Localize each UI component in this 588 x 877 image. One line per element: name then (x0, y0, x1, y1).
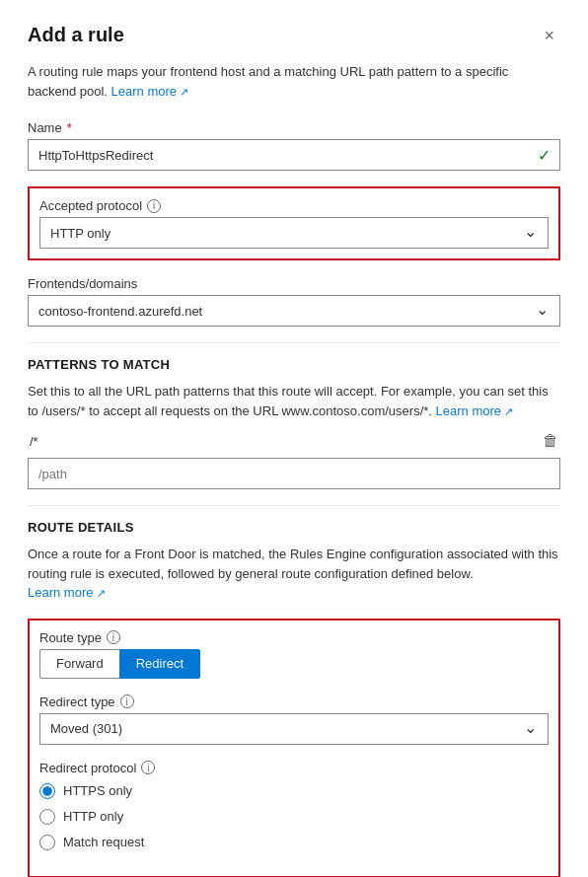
patterns-title: PATTERNS TO MATCH (28, 357, 560, 372)
redirect-type-label: Redirect type i (39, 694, 549, 709)
route-config-box: Route type i Forward Redirect Redirect t… (28, 619, 560, 878)
route-type-toggle: Forward Redirect (39, 649, 549, 679)
radio-https-only-label: HTTPS only (63, 783, 132, 798)
check-mark-icon: ✓ (538, 146, 551, 165)
patterns-section: PATTERNS TO MATCH Set this to all the UR… (28, 357, 560, 489)
route-type-group: Route type i Forward Redirect (39, 630, 549, 679)
name-input-wrapper: ✓ (28, 139, 560, 171)
route-forward-button[interactable]: Forward (39, 649, 119, 679)
name-field-group: Name * ✓ (28, 120, 560, 171)
route-details-description: Once a route for a Front Door is matched… (28, 545, 560, 603)
name-label: Name * (28, 120, 560, 135)
radio-http-only[interactable]: HTTP only (39, 809, 549, 825)
redirect-type-select[interactable]: Moved (301) Found (302) Temporary Redire… (39, 713, 549, 745)
accepted-protocol-select-wrapper: HTTP only HTTPS only HTTP and HTTPS (39, 217, 549, 249)
frontends-domains-group: Frontends/domains contoso-frontend.azure… (28, 276, 560, 327)
frontends-domains-select[interactable]: contoso-frontend.azurefd.net (28, 295, 560, 327)
route-type-info-icon[interactable]: i (107, 630, 120, 644)
route-details-title: ROUTE DETAILS (28, 520, 560, 535)
close-icon[interactable]: × (538, 24, 560, 48)
radio-https-only[interactable]: HTTPS only (39, 783, 549, 799)
radio-match-request[interactable]: Match request (39, 835, 549, 850)
path-input[interactable] (28, 458, 560, 489)
frontends-domains-select-wrapper: contoso-frontend.azurefd.net (28, 295, 560, 327)
route-type-label: Route type i (39, 630, 549, 645)
delete-pattern-icon[interactable]: 🗑 (543, 432, 558, 450)
accepted-protocol-label: Accepted protocol i (39, 198, 549, 213)
route-details-learn-more-link[interactable]: Learn more (28, 585, 106, 600)
patterns-description: Set this to all the URL path patterns th… (28, 382, 560, 420)
radio-match-request-label: Match request (63, 835, 144, 849)
panel-title: Add a rule (28, 24, 124, 46)
radio-match-request-input[interactable] (39, 835, 55, 850)
accepted-protocol-select[interactable]: HTTP only HTTPS only HTTP and HTTPS (39, 217, 549, 249)
radio-http-only-label: HTTP only (63, 809, 123, 824)
required-star: * (67, 120, 72, 135)
redirect-type-info-icon[interactable]: i (120, 694, 134, 708)
route-details-section: ROUTE DETAILS Once a route for a Front D… (28, 520, 560, 603)
add-rule-panel: Add a rule × A routing rule maps your fr… (0, 0, 588, 877)
redirect-protocol-label: Redirect protocol i (39, 761, 549, 775)
radio-http-only-input[interactable] (39, 809, 55, 825)
radio-https-only-input[interactable] (39, 783, 55, 799)
redirect-protocol-radio-group: HTTPS only HTTP only Match request (39, 783, 549, 850)
divider-1 (28, 342, 560, 343)
accepted-protocol-box: Accepted protocol i HTTP only HTTPS only… (28, 186, 560, 260)
pattern-value: /* (30, 434, 38, 449)
panel-header: Add a rule × (28, 24, 560, 48)
redirect-protocol-group: Redirect protocol i HTTPS only HTTP only… (39, 761, 549, 850)
route-redirect-button[interactable]: Redirect (119, 649, 200, 679)
description-learn-more-link[interactable]: Learn more (111, 84, 189, 99)
pattern-row: /* 🗑 (28, 432, 560, 450)
panel-description: A routing rule maps your frontend host a… (28, 62, 560, 101)
patterns-learn-more-link[interactable]: Learn more (436, 403, 514, 418)
frontends-domains-label: Frontends/domains (28, 276, 560, 291)
redirect-type-select-wrapper: Moved (301) Found (302) Temporary Redire… (39, 713, 549, 745)
divider-2 (28, 505, 560, 506)
name-input[interactable] (28, 139, 560, 171)
redirect-protocol-info-icon[interactable]: i (141, 761, 155, 774)
accepted-protocol-info-icon[interactable]: i (147, 199, 161, 213)
redirect-type-group: Redirect type i Moved (301) Found (302) … (39, 694, 549, 745)
